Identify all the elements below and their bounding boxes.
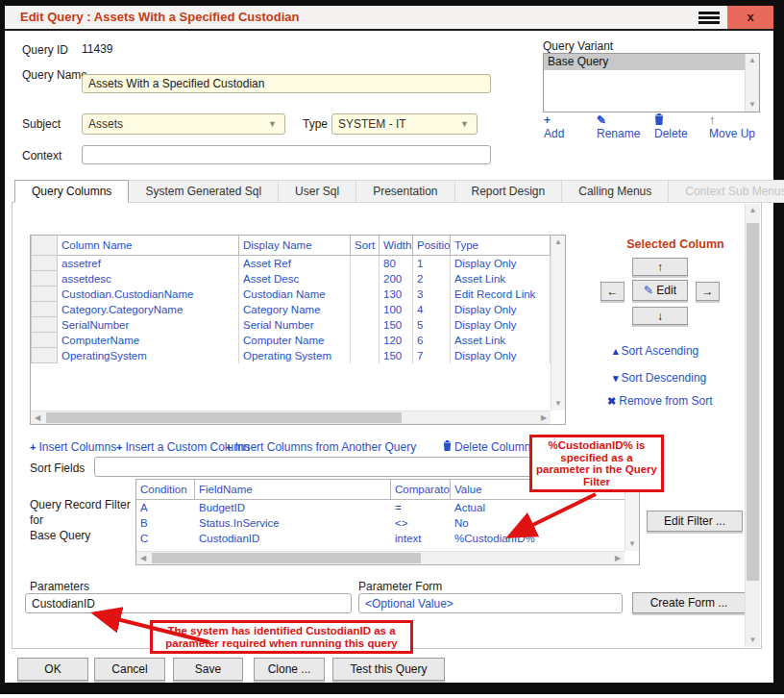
table-cell[interactable]: Serial Number — [239, 317, 351, 333]
variant-add-button[interactable]: + Add — [544, 113, 564, 140]
table-cell[interactable]: Asset Link — [451, 271, 551, 287]
table-row[interactable]: assetdescAsset Desc2002Asset Link — [31, 271, 565, 287]
columns-table[interactable]: Column NameDisplay NameSortWidthPosition… — [30, 235, 566, 425]
table-cell[interactable]: Custodian.CustodianName — [58, 287, 239, 302]
table-cell[interactable]: 7 — [413, 348, 451, 363]
filter-cell[interactable]: CustodianID — [195, 531, 391, 546]
table-row[interactable]: OperatingSystemOperating System1507Displ… — [31, 348, 565, 363]
table-cell[interactable]: 150 — [380, 348, 413, 363]
column-header[interactable] — [31, 236, 58, 256]
table-cell[interactable]: 130 — [380, 287, 413, 302]
table-row[interactable]: ComputerNameComputer Name1206Asset Link — [31, 333, 565, 348]
column-header[interactable]: Display Name — [239, 236, 351, 256]
table-cell[interactable]: 4 — [413, 302, 451, 317]
variant-rename-button[interactable]: ✎ Rename — [597, 113, 640, 140]
table-cell[interactable] — [351, 317, 380, 333]
scroll-down-icon[interactable]: ▼ — [551, 397, 565, 411]
table-cell[interactable]: Asset Link — [451, 333, 551, 348]
table-cell[interactable]: 100 — [380, 302, 413, 317]
row-selector[interactable] — [31, 333, 58, 348]
edit-filter-button[interactable]: Edit Filter ... — [647, 511, 743, 532]
scroll-up-icon[interactable]: ▲ — [746, 204, 760, 217]
table-cell[interactable]: Asset Ref — [239, 256, 351, 271]
create-form-button[interactable]: Create Form ... — [632, 592, 746, 613]
table-cell[interactable]: 3 — [413, 287, 451, 302]
table-row[interactable]: SerialNumberSerial Number1505Display Onl… — [31, 317, 565, 333]
filter-cell[interactable]: B — [136, 515, 195, 531]
table-cell[interactable]: Category Name — [239, 302, 351, 317]
row-selector[interactable] — [31, 302, 58, 317]
table-row[interactable]: Custodian.CustodianNameCustodian Name130… — [31, 287, 565, 302]
columns-table-hscrollbar[interactable]: ◀ ▶ — [31, 411, 551, 424]
move-column-up-button[interactable]: ↑ — [632, 258, 688, 276]
delete-columns-link[interactable]: Delete Columns — [443, 440, 536, 454]
table-cell[interactable] — [351, 256, 380, 271]
table-cell[interactable]: 6 — [413, 333, 451, 348]
context-input[interactable] — [82, 145, 491, 164]
table-cell[interactable]: Operating System — [239, 348, 351, 363]
insert-columns-link[interactable]: +Insert Columns — [30, 440, 116, 454]
subject-select[interactable]: Assets ▼ — [82, 113, 285, 135]
tab-presentation[interactable]: Presentation — [356, 180, 454, 203]
table-cell[interactable]: Custodian Name — [239, 287, 351, 302]
type-select[interactable]: SYSTEM - IT ▼ — [331, 113, 478, 135]
close-button[interactable]: x — [727, 6, 773, 29]
tab-query-columns[interactable]: Query Columns — [14, 180, 129, 203]
title-bar[interactable]: Edit Query : Assets With a Specified Cus… — [5, 6, 773, 31]
insert-columns-from-query-link[interactable]: +Insert Columns from Another Query — [226, 440, 416, 454]
column-header[interactable]: Type — [451, 236, 551, 256]
parameters-input[interactable] — [25, 593, 352, 613]
row-selector[interactable] — [31, 317, 58, 333]
filter-column-header[interactable]: Condition — [136, 480, 195, 500]
table-cell[interactable]: Edit Record Link — [451, 287, 551, 302]
columns-table-vscrollbar[interactable]: ▲ ▼ — [551, 236, 565, 411]
table-cell[interactable]: 200 — [380, 271, 413, 287]
table-cell[interactable]: Display Only — [451, 348, 551, 363]
variant-delete-button[interactable]: Delete — [654, 113, 688, 140]
parameter-form-input[interactable] — [358, 593, 623, 613]
scroll-down-icon[interactable]: ▼ — [746, 98, 759, 112]
table-cell[interactable]: Display Only — [451, 302, 551, 317]
menu-icon[interactable] — [698, 12, 720, 25]
query-variant-list[interactable]: Base Query ▲ ▼ — [543, 53, 760, 112]
row-selector[interactable] — [31, 271, 58, 287]
filter-table-hscrollbar[interactable]: ◀ ▶ — [136, 551, 625, 564]
remove-from-sort-link[interactable]: ✖Remove from Sort — [607, 394, 713, 408]
table-cell[interactable]: ComputerName — [58, 333, 239, 348]
filter-cell[interactable]: Status.InService — [195, 515, 391, 531]
table-cell[interactable] — [351, 271, 380, 287]
table-cell[interactable]: 5 — [413, 317, 451, 333]
table-cell[interactable]: Computer Name — [239, 333, 351, 348]
variant-list-item[interactable]: Base Query — [544, 54, 745, 70]
table-cell[interactable]: 80 — [380, 256, 413, 271]
row-selector[interactable] — [31, 348, 58, 363]
footer-button-test-this-query[interactable]: Test this Query — [332, 658, 445, 681]
column-header[interactable]: Width — [380, 236, 413, 256]
scroll-right-icon[interactable]: ▶ — [537, 411, 551, 425]
filter-cell[interactable]: %CustodianID% — [451, 531, 626, 546]
table-cell[interactable]: SerialNumber — [58, 317, 239, 333]
vscroll-thumb[interactable] — [747, 223, 759, 581]
move-column-down-button[interactable]: ↓ — [632, 307, 688, 325]
table-cell[interactable] — [351, 302, 380, 317]
scroll-left-icon[interactable]: ◀ — [31, 411, 44, 425]
scroll-left-icon[interactable]: ◀ — [136, 552, 150, 565]
scroll-right-icon[interactable]: ▶ — [611, 552, 625, 565]
query-name-input[interactable] — [82, 74, 491, 93]
tab-system-generated-sql[interactable]: System Generated Sql — [129, 180, 279, 203]
scroll-up-icon[interactable]: ▲ — [551, 236, 565, 249]
table-cell[interactable] — [351, 287, 380, 302]
column-header[interactable]: Position — [413, 236, 451, 256]
variant-move-up-button[interactable]: ↑ Move Up — [709, 113, 755, 140]
edit-column-button[interactable]: ✎ Edit — [632, 280, 688, 301]
table-cell[interactable] — [351, 348, 380, 363]
table-cell[interactable]: 150 — [380, 317, 413, 333]
variant-scrollbar[interactable]: ▲ ▼ — [745, 54, 759, 112]
tab-calling-menus[interactable]: Calling Menus — [562, 180, 669, 203]
filter-cell[interactable]: intext — [391, 531, 451, 546]
move-column-right-button[interactable]: → — [696, 282, 720, 301]
filter-cell[interactable]: No — [451, 515, 626, 531]
footer-button-clone[interactable]: Clone ... — [254, 658, 325, 681]
filter-row[interactable]: CCustodianIDintext%CustodianID% — [136, 531, 639, 546]
table-cell[interactable]: assetdesc — [58, 271, 239, 287]
